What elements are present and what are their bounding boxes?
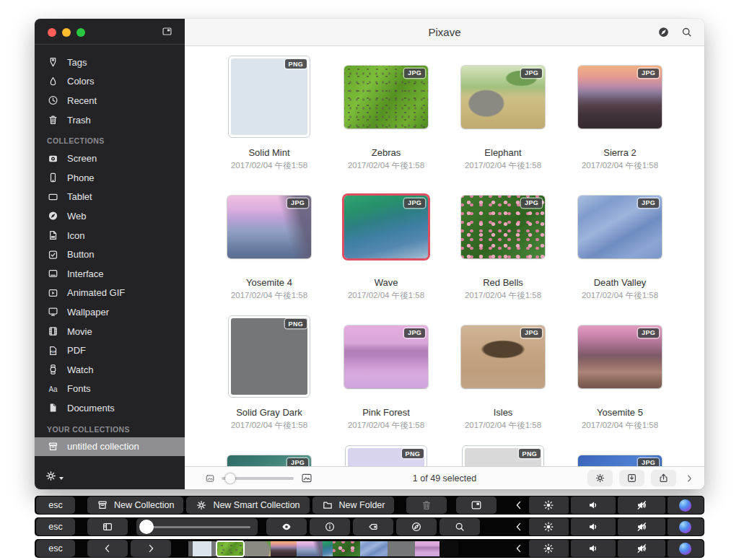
search-button[interactable] <box>440 518 480 535</box>
zoom-slider[interactable] <box>222 477 294 480</box>
collapse-control-strip-button[interactable] <box>511 518 527 535</box>
sidebar-item-watch[interactable]: Watch <box>35 360 185 380</box>
new-collection-button[interactable]: New Collection <box>87 496 183 514</box>
sidebar-item-documents[interactable]: Documents <box>35 398 185 418</box>
scrubber-thumb-redbells[interactable] <box>333 541 360 556</box>
scrubber-thumb-mint[interactable] <box>193 541 211 556</box>
sidebar-item-wallpaper[interactable]: Wallpaper <box>35 302 185 322</box>
touchbar-esc-button[interactable]: esc <box>36 496 75 514</box>
image-date: 2017/02/04 午後1:58 <box>348 290 424 301</box>
scrubber-thumb-zebras[interactable] <box>216 541 245 557</box>
touchbar-esc-button[interactable]: esc <box>36 540 75 557</box>
scrubber-thumb-graydark[interactable] <box>388 541 415 556</box>
image-scrubber[interactable] <box>188 539 458 558</box>
sidebar-item-label: Fonts <box>67 383 91 394</box>
image-date: 2017/02/04 午後1:58 <box>465 160 541 171</box>
sidebar-item-trash[interactable]: Trash <box>35 110 185 130</box>
slider-knob[interactable] <box>139 520 154 534</box>
close-window-button[interactable] <box>48 28 56 37</box>
scrubber-thumb-elephant[interactable] <box>245 541 271 556</box>
image-item-zebras[interactable]: JPGZebras2017/02/04 午後1:58 <box>328 51 445 180</box>
gear-icon[interactable] <box>45 470 57 482</box>
image-item-wave[interactable]: JPGWave2017/02/04 午後1:58 <box>328 180 445 310</box>
image-item-solid-mint[interactable]: PNGSolid Mint2017/02/04 午後1:58 <box>211 51 328 180</box>
compass-icon[interactable] <box>657 26 670 38</box>
image-item-death-valley[interactable]: JPGDeath Valley2017/02/04 午後1:58 <box>561 180 678 310</box>
share-button[interactable] <box>651 470 676 486</box>
sidebar-item-interface[interactable]: Interface <box>35 264 185 284</box>
mute-button[interactable] <box>618 496 665 514</box>
sidebar-item-button[interactable]: Button <box>35 245 185 264</box>
image-item-sierra-2[interactable]: JPGSierra 22017/02/04 午後1:58 <box>561 51 678 180</box>
new-smart-collection-button[interactable]: New Smart Collection <box>186 496 309 514</box>
sidebar-item-fonts[interactable]: AaFonts <box>35 380 185 399</box>
touchbar-zoom-slider[interactable] <box>136 518 258 535</box>
collapse-control-strip-button[interactable] <box>511 540 527 557</box>
image-item-red-bells[interactable]: JPGRed Bells2017/02/04 午後1:58 <box>445 180 561 310</box>
info-button[interactable] <box>310 518 350 535</box>
image-item-isles[interactable]: JPGIsles2017/02/04 午後1:58 <box>445 310 561 440</box>
scrubber-thumb-sierra2[interactable] <box>271 541 297 556</box>
sidebar-item-colors[interactable]: Colors <box>35 72 185 92</box>
image-item-yosemite-4[interactable]: JPGYosemite 42017/02/04 午後1:58 <box>211 180 328 310</box>
sidebar-item-web[interactable]: Web <box>35 206 185 226</box>
image-item-elephant[interactable]: JPGElephant2017/02/04 午後1:58 <box>445 51 561 180</box>
sidebar-item-phone[interactable]: Phone <box>35 168 185 188</box>
minimize-window-button[interactable] <box>62 28 71 37</box>
sidebar-toggle-icon[interactable] <box>161 26 173 37</box>
siri-button[interactable] <box>668 496 704 514</box>
settings-button[interactable] <box>587 470 613 486</box>
sidebar-item-untitled-collection[interactable]: untitled collection <box>35 437 185 457</box>
sidebar-item-animated-gif[interactable]: Animated GIF <box>35 284 185 303</box>
collapse-control-strip-button[interactable] <box>511 496 527 514</box>
chevron-down-icon <box>59 477 64 480</box>
image-item-yosemite-5[interactable]: JPGYosemite 52017/02/04 午後1:58 <box>561 310 678 440</box>
web-button[interactable] <box>396 518 437 535</box>
search-icon[interactable] <box>681 26 693 38</box>
zoom-slider-thumb[interactable] <box>225 473 235 484</box>
brightness-button[interactable] <box>529 518 569 535</box>
scrubber-thumb-pinkforest[interactable] <box>415 541 440 556</box>
volume-button[interactable] <box>571 518 616 535</box>
volume-button[interactable] <box>571 540 616 557</box>
previous-button[interactable] <box>87 540 128 557</box>
toggle-sidebar-button[interactable] <box>456 496 497 514</box>
volume-button[interactable] <box>571 496 616 514</box>
image-item-partial[interactable]: JPG <box>211 440 328 466</box>
sidebar-item-tablet[interactable]: Tablet <box>35 188 185 207</box>
new-folder-button[interactable]: New Folder <box>312 496 395 514</box>
mute-button[interactable] <box>618 540 665 557</box>
document-icon <box>47 402 59 414</box>
panel-toggle-button[interactable] <box>87 518 128 535</box>
mute-button[interactable] <box>618 518 665 535</box>
touchbar-control-strip <box>510 496 704 515</box>
image-item-solid-gray-dark[interactable]: PNGSolid Gray Dark2017/02/04 午後1:58 <box>211 310 328 440</box>
image-item-pink-forest[interactable]: JPGPink Forest2017/02/04 午後1:58 <box>328 310 445 440</box>
download-button[interactable] <box>619 470 644 486</box>
brightness-button[interactable] <box>529 540 569 557</box>
sidebar-item-screen[interactable]: Screen <box>35 149 185 168</box>
scrubber-thumb-deathvalley[interactable] <box>360 541 388 556</box>
image-item-partial[interactable]: JPG <box>561 440 678 466</box>
sidebar-item-movie[interactable]: Movie <box>35 322 185 341</box>
sidebar-item-tags[interactable]: Tags <box>35 53 185 72</box>
scrubber-thumb-wave[interactable] <box>323 541 333 556</box>
brightness-button[interactable] <box>529 496 569 514</box>
touchbar-esc-button[interactable]: esc <box>36 518 75 535</box>
image-thumbnail: JPG <box>578 196 662 258</box>
siri-button[interactable] <box>668 540 704 557</box>
sidebar-item-recent[interactable]: Recent <box>35 91 185 110</box>
tag-button[interactable] <box>353 518 393 535</box>
siri-button[interactable] <box>668 518 704 535</box>
chevron-right-icon[interactable] <box>684 473 694 484</box>
sidebar-item-icon[interactable]: Icon <box>35 226 185 245</box>
next-button[interactable] <box>131 540 171 557</box>
sidebar-item-pdf[interactable]: PDFPDF <box>35 341 185 360</box>
scrubber-thumb-yosemite4[interactable] <box>297 541 323 556</box>
image-item-partial[interactable]: PNG <box>445 440 561 466</box>
preview-button[interactable] <box>266 518 307 535</box>
image-thumbnail: JPG <box>578 325 662 388</box>
zoom-window-button[interactable] <box>76 28 85 37</box>
image-item-partial[interactable]: PNG <box>328 440 445 466</box>
delete-button[interactable] <box>406 496 447 514</box>
